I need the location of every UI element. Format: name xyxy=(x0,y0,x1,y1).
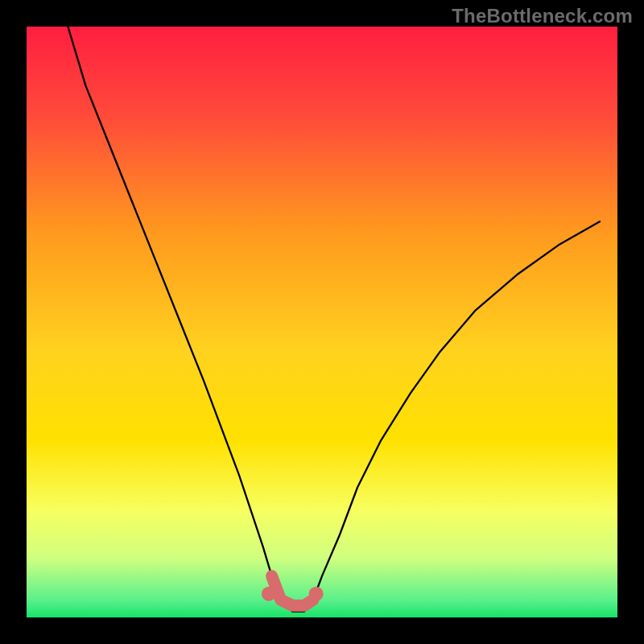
minimum-dot-left xyxy=(262,587,276,601)
bottleneck-chart xyxy=(0,0,644,644)
plot-background xyxy=(27,27,617,617)
minimum-dot-right xyxy=(309,587,324,601)
watermark-text: TheBottleneck.com xyxy=(452,5,633,27)
